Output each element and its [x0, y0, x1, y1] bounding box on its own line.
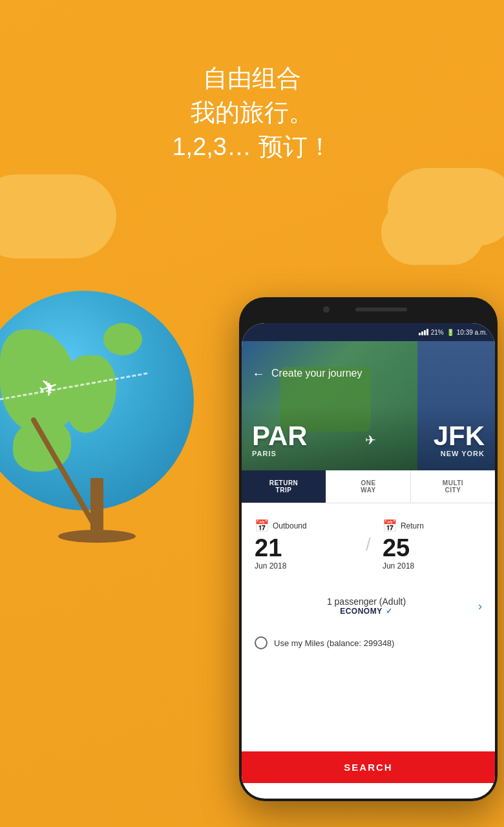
nav-title: Create your journey — [271, 368, 362, 379]
cloud-left — [0, 174, 116, 258]
outbound-calendar-icon: 📅 — [255, 519, 269, 533]
land-mass-3 — [13, 420, 71, 472]
outbound-date-block[interactable]: 📅 Outbound 21 Jun 2018 — [255, 519, 354, 571]
date-separator: / — [366, 534, 371, 555]
globe-stand — [58, 478, 136, 543]
date-section[interactable]: 📅 Outbound 21 Jun 2018 / 📅 Return 25 Jun… — [242, 508, 495, 581]
origin-block: PAR PARIS — [252, 423, 308, 457]
cabin-class: ECONOMY ✓ — [255, 607, 478, 616]
dest-code: JFK — [434, 423, 485, 450]
hero-line2: 我的旅行。 — [0, 96, 504, 130]
phone-screen: 21% 🔋 10:39 a.m. ← Create your journey P… — [242, 323, 495, 799]
return-label-row: 📅 Return — [383, 519, 482, 533]
nav-bar: ← Create your journey — [242, 359, 495, 388]
miles-section[interactable]: Use my Miles (balance: 299348) — [242, 626, 495, 660]
clock: 10:39 a.m. — [457, 329, 487, 336]
origin-code: PAR — [252, 423, 308, 450]
status-bar: 21% 🔋 10:39 a.m. — [242, 323, 495, 341]
trip-type-tabs: RETURN TRIP ONE WAY MULTI CITY — [242, 470, 495, 503]
hero-line1: 自由组合 — [0, 61, 504, 96]
passenger-section[interactable]: 1 passenger (Adult) ECONOMY ✓ › — [242, 586, 495, 626]
globe-base — [58, 530, 136, 543]
outbound-label-row: 📅 Outbound — [255, 519, 354, 533]
cloud-right2 — [381, 200, 485, 265]
chevron-right-icon: › — [478, 600, 482, 613]
globe: ✈ — [0, 271, 233, 543]
route-display: PAR PARIS ✈ JFK NEW YORK — [252, 423, 485, 457]
outbound-month: Jun 2018 — [255, 561, 354, 571]
battery-icon: 🔋 — [446, 329, 454, 336]
battery-level: 21% — [431, 329, 444, 336]
hero-line3: 1,2,3… 预订！ — [0, 130, 504, 164]
tab-one-way[interactable]: ONE WAY — [326, 470, 410, 503]
cabin-checkmark-icon: ✓ — [386, 607, 393, 616]
phone-speaker — [355, 308, 407, 311]
dest-city: NEW YORK — [434, 450, 485, 457]
outbound-label: Outbound — [273, 521, 307, 530]
phone-mockup: 21% 🔋 10:39 a.m. ← Create your journey P… — [239, 297, 498, 801]
return-date-block[interactable]: 📅 Return 25 Jun 2018 — [383, 519, 482, 571]
outbound-day: 21 — [255, 536, 354, 560]
return-label: Return — [401, 521, 424, 530]
return-month: Jun 2018 — [383, 561, 482, 571]
signal-icon — [419, 329, 428, 335]
passenger-count: 1 passenger (Adult) — [255, 596, 478, 607]
globe-sphere: ✈ — [0, 291, 194, 510]
dest-block: JFK NEW YORK — [434, 423, 485, 457]
hero-text: 自由组合 我的旅行。 1,2,3… 预订！ — [0, 61, 504, 165]
route-arrow-icon: ✈ — [314, 432, 427, 448]
passenger-info: 1 passenger (Adult) ECONOMY ✓ — [255, 596, 478, 616]
miles-radio-button[interactable] — [255, 636, 268, 649]
phone-camera — [323, 306, 330, 313]
back-button[interactable]: ← — [252, 366, 265, 381]
search-button[interactable]: SEARCH — [242, 751, 495, 783]
tab-multi-city[interactable]: MULTI CITY — [411, 470, 495, 503]
tab-return-trip[interactable]: RETURN TRIP — [242, 470, 326, 503]
miles-label: Use my Miles (balance: 299348) — [274, 638, 394, 648]
return-calendar-icon: 📅 — [383, 519, 397, 533]
land-mass-2 — [65, 355, 116, 433]
return-day: 25 — [383, 536, 482, 560]
hero-image: ← Create your journey PAR PARIS ✈ JFK NE… — [242, 341, 495, 470]
land-mass-4 — [103, 323, 142, 355]
